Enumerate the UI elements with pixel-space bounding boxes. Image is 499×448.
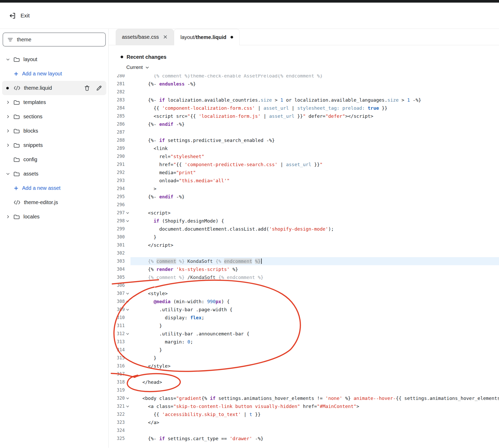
code-line-299[interactable]: 299 document.documentElement.classList.a… <box>109 225 499 233</box>
code-text: } <box>130 354 499 362</box>
code-line-325[interactable]: 325 {%- if settings.cart_type == 'drawer… <box>109 434 499 443</box>
code-line-302[interactable]: 302 <box>109 249 499 257</box>
sidebar-item-layout[interactable]: layout <box>2 52 106 67</box>
code-line-296[interactable]: 296 <box>109 201 499 209</box>
close-tab-icon[interactable] <box>163 35 168 39</box>
code-line-324[interactable]: 324 <box>109 426 499 434</box>
fold-chevron-icon[interactable] <box>125 300 130 303</box>
code-line-321[interactable]: 321 <a class="skip-to-content-link butto… <box>109 402 499 410</box>
sidebar-action-add-a-new-asset[interactable]: Add a new asset <box>2 181 106 195</box>
fold-chevron-icon[interactable] <box>125 308 130 311</box>
code-line-323[interactable]: 323 </a> <box>109 418 499 426</box>
code-line-322[interactable]: 322 {{ 'accessibility.skip_to_text' | t … <box>109 410 499 418</box>
line-number: 324 <box>109 426 125 434</box>
file-search-input[interactable]: theme <box>3 33 106 47</box>
sidebar-item-theme-editor-js[interactable]: theme-editor.js <box>2 195 106 210</box>
sidebar-item-blocks[interactable]: blocks <box>2 124 106 138</box>
code-line-303[interactable]: 303 {% comment %} KondaSoft {% endcommen… <box>109 257 499 265</box>
fold-chevron-icon[interactable] <box>125 292 130 295</box>
sidebar-item-config[interactable]: config <box>2 152 106 167</box>
code-line-283[interactable]: 283 {%- if localization.available_countr… <box>109 96 499 104</box>
folder-icon <box>13 128 20 134</box>
code-line-284[interactable]: 284 {{ 'component-localization-form.css'… <box>109 104 499 112</box>
exit-button[interactable]: Exit <box>8 12 30 20</box>
code-line-292[interactable]: 292 media="print" <box>109 168 499 177</box>
chevron-right-icon[interactable] <box>6 100 10 104</box>
line-number: 283 <box>109 96 125 104</box>
code-text: } <box>130 346 499 354</box>
code-line-318[interactable]: 318 </head> <box>109 378 499 386</box>
code-line-312[interactable]: 312 .utility-bar .announcement-bar { <box>109 330 499 338</box>
chevron-down-icon[interactable] <box>6 172 10 176</box>
code-line-307[interactable]: 307 <style> <box>109 289 499 297</box>
fold-chevron-icon[interactable] <box>125 405 130 408</box>
code-line-314[interactable]: 314 } <box>109 346 499 354</box>
code-text: href="{{ 'component-predictive-search.cs… <box>130 160 499 168</box>
chevron-down-icon <box>145 66 149 69</box>
code-editor[interactable]: 280 {% comment %}theme-check-enable Asse… <box>109 74 499 448</box>
code-line-311[interactable]: 311 } <box>109 322 499 330</box>
tab-assets-base-css[interactable]: assets/base.css <box>116 29 174 45</box>
chevron-right-icon[interactable] <box>6 143 10 147</box>
sidebar-action-add-a-new-layout[interactable]: Add a new layout <box>2 67 106 81</box>
version-dropdown[interactable]: Current <box>126 64 149 71</box>
code-line-306[interactable]: 306 <box>109 281 499 289</box>
sidebar-item-assets[interactable]: assets <box>2 167 106 181</box>
chevron-right-icon[interactable] <box>6 215 10 219</box>
code-line-316[interactable]: 316 </style> <box>109 362 499 370</box>
code-line-288[interactable]: 288 {%- if settings.predictive_search_en… <box>109 136 499 144</box>
line-number: 311 <box>109 322 125 330</box>
tree-item-label: Add a new asset <box>22 185 61 191</box>
code-line-295[interactable]: 295 {%- endif -%} <box>109 193 499 201</box>
gutter: 292 <box>109 168 130 177</box>
code-line-308[interactable]: 308 @media (min-width: 990px) { <box>109 297 499 306</box>
sidebar-item-theme-liquid[interactable]: theme.liquid <box>2 81 106 95</box>
trash-icon[interactable] <box>84 85 90 91</box>
line-number: 295 <box>109 193 125 201</box>
sidebar-item-locales[interactable]: locales <box>2 210 106 224</box>
sidebar-item-templates[interactable]: templates <box>2 95 106 109</box>
code-line-287[interactable]: 287 <box>109 128 499 136</box>
code-line-294[interactable]: 294 > <box>109 185 499 193</box>
fold-chevron-icon[interactable] <box>125 219 130 223</box>
chevron-right-icon[interactable] <box>6 129 10 133</box>
line-number: 315 <box>109 354 125 362</box>
code-line-289[interactable]: 289 <link <box>109 144 499 152</box>
line-number: 318 <box>109 378 125 386</box>
code-line-285[interactable]: 285 <script src="{{ 'localization-form.j… <box>109 112 499 120</box>
code-line-319[interactable]: 319 <box>109 386 499 394</box>
gutter: 308 <box>109 297 130 306</box>
code-line-313[interactable]: 313 margin: 0; <box>109 338 499 346</box>
code-line-301[interactable]: 301 </script> <box>109 241 499 249</box>
code-line-304[interactable]: 304 {% render 'ks-styles-scripts' %} <box>109 265 499 273</box>
tab-layout-theme-liquid[interactable]: layout/theme.liquid <box>174 29 240 45</box>
code-line-298[interactable]: 298 if (Shopify.designMode) { <box>109 217 499 225</box>
sidebar-item-snippets[interactable]: snippets <box>2 138 106 152</box>
code-line-300[interactable]: 300 } <box>109 233 499 241</box>
code-line-305[interactable]: 305 {% comment %} /KondaSoft {% endcomme… <box>109 273 499 281</box>
chevron-right-icon[interactable] <box>6 115 10 119</box>
code-line-310[interactable]: 310 display: flex; <box>109 314 499 322</box>
code-line-317[interactable]: 317 <box>109 370 499 378</box>
sidebar-item-sections[interactable]: sections <box>2 109 106 124</box>
code-line-291[interactable]: 291 href="{{ 'component-predictive-searc… <box>109 160 499 168</box>
code-line-281[interactable]: 281 {%- endunless -%} <box>109 80 499 88</box>
code-line-290[interactable]: 290 rel="stylesheet" <box>109 152 499 160</box>
code-line-309[interactable]: 309 .utility-bar .page-width { <box>109 306 499 314</box>
chevron-down-icon[interactable] <box>6 57 10 61</box>
code-line-320[interactable]: 320 <body class="gradient{% if settings.… <box>109 394 499 402</box>
line-number: 304 <box>109 265 125 273</box>
code-line-293[interactable]: 293 onload="this.media='all'" <box>109 177 499 185</box>
code-line-280[interactable]: 280 {% comment %}theme-check-enable Asse… <box>109 74 499 80</box>
gutter: 307 <box>109 289 130 297</box>
line-number: 314 <box>109 346 125 354</box>
edit-pencil-icon[interactable] <box>96 85 102 91</box>
code-line-315[interactable]: 315 } <box>109 354 499 362</box>
code-line-297[interactable]: 297 <script> <box>109 209 499 217</box>
code-line-282[interactable]: 282 <box>109 88 499 96</box>
fold-chevron-icon[interactable] <box>125 332 130 336</box>
fold-chevron-icon[interactable] <box>125 397 130 400</box>
code-line-286[interactable]: 286 {%- endif -%} <box>109 120 499 128</box>
fold-chevron-icon[interactable] <box>125 211 130 215</box>
tree-item-label: templates <box>23 99 46 105</box>
